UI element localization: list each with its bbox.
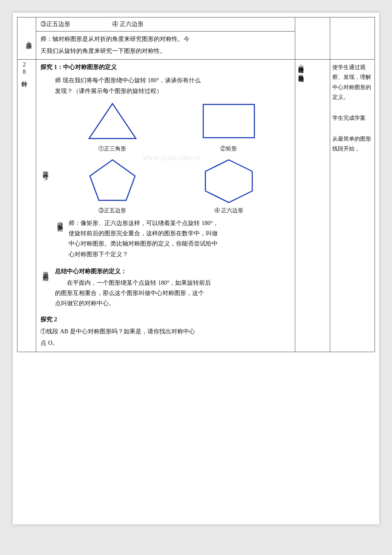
shape-hexagon-container: ④ 正六边形 [199,158,259,215]
intro-text2: 天我们从旋转的角度来研究一下图形的对称性。 [40,46,291,56]
explore1: ①线段 AB 是中心对称图形吗？如果是，请你找出对称中心 [40,327,291,337]
notes2-cell [330,17,375,60]
stage-form-label: 形成新知 [40,267,50,272]
svg-marker-3 [205,160,252,202]
shape-pentagon-container: ③正五边形 [85,158,140,215]
summary3: 点叫做它的对称中心。 [55,299,288,308]
teacher-prompt2: 发现？（课件展示每个图形的旋转过程） [55,87,288,96]
section2-area: 探究 2 ①线段 AB 是中心对称图形吗？如果是，请你找出对称中心 点 O。 [40,315,291,349]
svg-marker-2 [90,160,135,200]
time-cell: 28分钟 [17,59,36,352]
stage-second-cell: 第二环节 [40,74,53,263]
shapes-row-2: ③正五边形 ④ 正六边形 [55,158,288,215]
summary2: 的图形互相重合，那么这个图形叫做中心对称图形，这个 [55,289,288,298]
explore2: 点 O。 [40,338,291,349]
triangle-svg [85,100,140,143]
notes1-cell [295,17,330,60]
summary1: 在平面内，一个图形绕某个点旋转 180°，如果旋转前后 [55,278,288,288]
svg-marker-0 [89,104,136,139]
main-content-cell: 探究 1：中心对称图形的定义 第二环节 师 现在我们将每个图形绕中心旋转 180… [36,59,295,352]
inner-stage-table: 尝试探索 师：像矩形、正六边形这样，可以绕着某个点旋转 180°， 使旋转前后的… [55,217,288,262]
notes4-text: 从最简单的图形线段开始， [332,134,372,154]
teacher-explain3: 中心对称图形。类比轴对称图形的定义，你能否尝试给中 [69,239,285,249]
notes3-text: 学生完成学案 [332,113,372,123]
shape1-label: ①正三角形 [98,145,126,153]
stage-try-cell: 尝试探索 [55,217,67,262]
hexagon-svg [199,158,259,205]
shape4-label: ④ 正六边形 [214,206,243,215]
notes1-main: 观察旋转过程，说出自己的发现 [295,59,330,352]
teacher-explain4: 心对称图形下个定义？ [69,250,285,259]
intro-text-cell: 师：轴对称图形是从对折的角度来研究图形的对称性。今 天我们从旋转的角度来研究一下… [36,32,295,59]
page: 入新课 ③正五边形 ④ 正六边形 师：轴对称图形是从对折的角度来研究图形的对称性… [13,13,379,524]
form-content-cell: 总结中心对称图形的定义： 在平面内，一个图形绕某个点旋转 180°，如果旋转前后… [53,265,291,311]
top-shape3-label: ③正五边形 [40,21,70,27]
shapes-row-1: ①正三角形 ②矩形 [55,100,288,153]
teacher-explain2: 使旋转前后的图形完全重合，这样的图形在数学中，叫做 [69,229,285,238]
intro-row-1: 入新课 ③正五边形 ④ 正六边形 [17,17,375,32]
content-inner: 师 现在我们将每个图形绕中心旋转 180°，谈谈你有什么 发现？（课件展示每个图… [53,74,291,263]
stage-label-intro: 入新课 [26,36,32,40]
shape2-label: ②矩形 [220,145,237,153]
explain-cell: 师：像矩形、正六边形这样，可以绕着某个点旋转 180°， 使旋转前后的图形完全重… [67,217,288,262]
top-shape4-label: ④ 正六边形 [112,21,144,27]
pentagon-svg [85,158,140,205]
intro-text1: 师：轴对称图形是从对折的角度来研究图形的对称性。今 [40,34,291,44]
section1-title: 探究 1：中心对称图形的定义 [40,62,291,73]
rectangle-svg [199,100,259,143]
shape-triangle-container: ①正三角形 [85,100,140,153]
section2-title: 探究 2 [40,315,291,325]
shape-rect-container: ②矩形 [199,100,259,153]
main-row: 28分钟 探究 1：中心对称图形的定义 第二环节 [17,59,375,352]
summary-title: 总结中心对称图形的定义： [55,267,288,276]
teacher-prompt: 师 现在我们将每个图形绕中心旋转 180°，谈谈你有什么 [55,76,288,85]
form-knowledge-table: 形成新知 总结中心对称图形的定义： 在平面内，一个图形绕某个点旋转 180°，如… [40,265,291,311]
intro-top-shapes: ③正五边形 ④ 正六边形 [36,17,295,32]
teacher-explain1: 师：像矩形、正六边形这样，可以绕着某个点旋转 180°， [69,219,285,228]
intro-stage-cell: 入新课 [17,17,36,60]
shape3-label: ③正五边形 [98,206,126,215]
notes2-main: 使学生通过观察、发现，理解中心对称图形的定义。 学生完成学案 从最简单的图形线段… [330,59,375,352]
time-label: 28分钟 [19,61,29,78]
notes1-text: 观察旋转过程，说出自己的发现 [296,61,306,73]
stage-form-cell: 形成新知 [40,265,53,311]
stage-second-label: 第二环节 [40,166,50,171]
shapes-area: www.zixin.com.cn ①正三角形 [55,100,288,215]
svg-rect-1 [203,104,254,138]
stage-try-label: 尝试探索 [55,217,64,222]
notes2-text1: 使学生通过观察、发现，理解中心对称图形的定义。 [332,62,372,102]
